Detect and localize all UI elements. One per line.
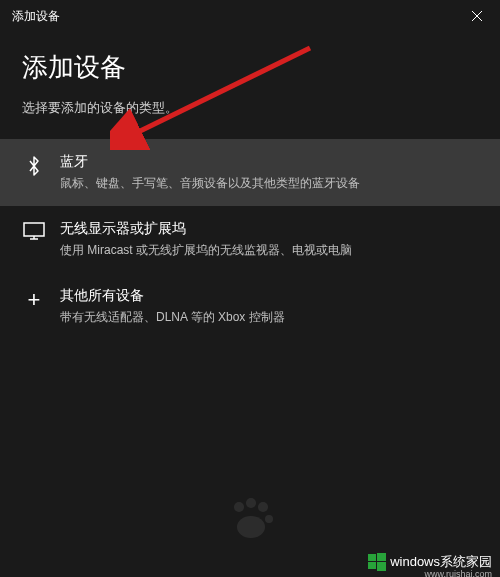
windows-logo-icon bbox=[368, 553, 386, 571]
page-subtitle: 选择要添加的设备的类型。 bbox=[22, 99, 478, 117]
options-list: 蓝牙 鼠标、键盘、手写笔、音频设备以及其他类型的蓝牙设备 无线显示器或扩展坞 使… bbox=[0, 139, 500, 339]
option-title: 无线显示器或扩展坞 bbox=[60, 220, 478, 238]
option-desc: 带有无线适配器、DLNA 等的 Xbox 控制器 bbox=[60, 309, 478, 326]
close-icon bbox=[472, 11, 482, 21]
svg-point-8 bbox=[246, 498, 256, 508]
option-text: 蓝牙 鼠标、键盘、手写笔、音频设备以及其他类型的蓝牙设备 bbox=[60, 153, 478, 192]
bluetooth-icon bbox=[22, 155, 46, 177]
option-title: 其他所有设备 bbox=[60, 287, 478, 305]
option-text: 其他所有设备 带有无线适配器、DLNA 等的 Xbox 控制器 bbox=[60, 287, 478, 326]
svg-rect-12 bbox=[368, 554, 376, 561]
close-button[interactable] bbox=[454, 0, 500, 32]
paw-watermark bbox=[225, 495, 275, 541]
watermark-url: www.ruishai.com bbox=[424, 569, 492, 577]
watermark: windows系统家园 www.ruishai.com bbox=[368, 553, 492, 571]
option-desc: 使用 Miracast 或无线扩展坞的无线监视器、电视或电脑 bbox=[60, 242, 478, 259]
window-title: 添加设备 bbox=[12, 8, 60, 25]
svg-point-11 bbox=[237, 516, 265, 538]
titlebar: 添加设备 bbox=[0, 0, 500, 32]
svg-point-9 bbox=[258, 502, 268, 512]
svg-rect-13 bbox=[377, 553, 386, 561]
svg-rect-2 bbox=[24, 223, 44, 236]
svg-rect-15 bbox=[377, 562, 386, 571]
svg-point-10 bbox=[265, 515, 273, 523]
option-other-devices[interactable]: + 其他所有设备 带有无线适配器、DLNA 等的 Xbox 控制器 bbox=[0, 273, 500, 340]
option-bluetooth[interactable]: 蓝牙 鼠标、键盘、手写笔、音频设备以及其他类型的蓝牙设备 bbox=[0, 139, 500, 206]
option-wireless-display[interactable]: 无线显示器或扩展坞 使用 Miracast 或无线扩展坞的无线监视器、电视或电脑 bbox=[0, 206, 500, 273]
option-text: 无线显示器或扩展坞 使用 Miracast 或无线扩展坞的无线监视器、电视或电脑 bbox=[60, 220, 478, 259]
svg-rect-14 bbox=[368, 562, 376, 569]
page-title: 添加设备 bbox=[22, 50, 478, 85]
option-desc: 鼠标、键盘、手写笔、音频设备以及其他类型的蓝牙设备 bbox=[60, 175, 478, 192]
option-title: 蓝牙 bbox=[60, 153, 478, 171]
display-icon bbox=[22, 222, 46, 240]
content-area: 添加设备 选择要添加的设备的类型。 蓝牙 鼠标、键盘、手写笔、音频设备以及其他类… bbox=[0, 32, 500, 339]
svg-point-7 bbox=[234, 502, 244, 512]
plus-icon: + bbox=[22, 289, 46, 311]
